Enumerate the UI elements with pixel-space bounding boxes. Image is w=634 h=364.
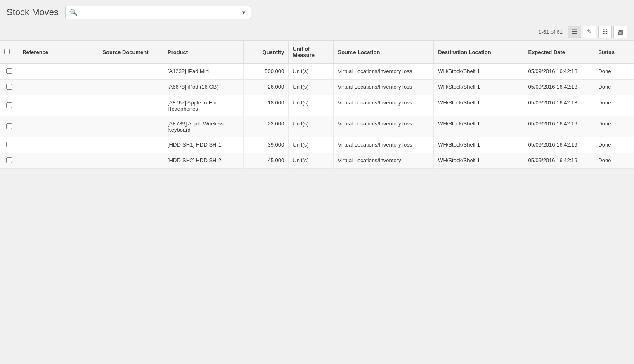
page-title: Stock Moves <box>7 7 59 18</box>
header-quantity[interactable]: Quantity <box>244 41 289 64</box>
search-input[interactable] <box>81 9 238 16</box>
row-source-location[interactable]: Virtual Locations/Inventory loss <box>334 137 434 153</box>
row-destination-location[interactable]: WH/Stock/Shelf 1 <box>434 80 524 95</box>
header-source-document[interactable]: Source Document <box>98 41 163 64</box>
header-status[interactable]: Status <box>594 41 634 64</box>
row-checkbox[interactable] <box>6 68 12 74</box>
search-bar: 🔍 ▼ <box>65 6 251 19</box>
header-product[interactable]: Product <box>163 41 244 64</box>
row-source-document[interactable] <box>98 64 163 80</box>
row-checkbox-cell[interactable] <box>0 64 18 80</box>
search-icon: 🔍 <box>70 9 78 16</box>
table-row[interactable]: [HDD-SH2] HDD SH-245.000Unit(s)Virtual L… <box>0 153 634 169</box>
row-quantity[interactable]: 22.000 <box>244 116 289 137</box>
row-uom[interactable]: Unit(s) <box>289 95 334 116</box>
row-product[interactable]: [AK789] Apple Wireless Keyboard <box>163 116 244 137</box>
row-status[interactable]: Done <box>594 116 634 137</box>
row-source-location[interactable]: Virtual Locations/Inventory loss <box>334 95 434 116</box>
row-quantity[interactable]: 45.000 <box>244 153 289 169</box>
row-destination-location[interactable]: WH/Stock/Shelf 1 <box>434 153 524 169</box>
row-expected-date[interactable]: 05/09/2016 16:42:18 <box>524 80 594 95</box>
row-checkbox[interactable] <box>6 142 12 147</box>
row-checkbox[interactable] <box>6 102 12 108</box>
row-checkbox-cell[interactable] <box>0 80 18 95</box>
row-expected-date[interactable]: 05/09/2016 16:42:18 <box>524 64 594 80</box>
row-uom[interactable]: Unit(s) <box>289 80 334 95</box>
row-quantity[interactable]: 26.000 <box>244 80 289 95</box>
row-checkbox[interactable] <box>6 123 12 129</box>
search-dropdown-arrow-icon[interactable]: ▼ <box>241 9 246 16</box>
row-destination-location[interactable]: WH/Stock/Shelf 1 <box>434 64 524 80</box>
row-source-document[interactable] <box>98 116 163 137</box>
row-expected-date[interactable]: 05/09/2016 16:42:18 <box>524 95 594 116</box>
row-destination-location[interactable]: WH/Stock/Shelf 1 <box>434 116 524 137</box>
row-reference[interactable] <box>18 64 98 80</box>
row-checkbox[interactable] <box>6 84 12 90</box>
table-body: [A1232] iPad Mini500.000Unit(s)Virtual L… <box>0 64 634 169</box>
row-product[interactable]: [A8767] Apple In-Ear Headphones <box>163 95 244 116</box>
row-source-location[interactable]: Virtual Locations/Inventory loss <box>334 64 434 80</box>
row-status[interactable]: Done <box>594 80 634 95</box>
row-source-location[interactable]: Virtual Locations/Inventory <box>334 153 434 169</box>
table-row[interactable]: [A8767] Apple In-Ear Headphones18.000Uni… <box>0 95 634 116</box>
row-reference[interactable] <box>18 80 98 95</box>
row-expected-date[interactable]: 05/09/2016 16:42:19 <box>524 116 594 137</box>
table-header-row: Reference Source Document Product Quanti… <box>0 41 634 64</box>
row-reference[interactable] <box>18 153 98 169</box>
row-quantity[interactable]: 39.000 <box>244 137 289 153</box>
header-source-location[interactable]: Source Location <box>334 41 434 64</box>
kanban-view-button[interactable]: ☷ <box>598 26 612 38</box>
row-source-location[interactable]: Virtual Locations/Inventory loss <box>334 80 434 95</box>
row-status[interactable]: Done <box>594 153 634 169</box>
row-quantity[interactable]: 500.000 <box>244 64 289 80</box>
header-expected-date[interactable]: Expected Date <box>524 41 594 64</box>
row-reference[interactable] <box>18 95 98 116</box>
row-uom[interactable]: Unit(s) <box>289 64 334 80</box>
row-status[interactable]: Done <box>594 95 634 116</box>
select-all-checkbox[interactable] <box>4 49 10 54</box>
page-container: Stock Moves 🔍 ▼ 1-61 of 61 ☰ ✎ ☷ ▩ Refer… <box>0 0 634 364</box>
table-container: Reference Source Document Product Quanti… <box>0 40 634 169</box>
row-uom[interactable]: Unit(s) <box>289 116 334 137</box>
row-product[interactable]: [A1232] iPad Mini <box>163 64 244 80</box>
toolbar: 1-61 of 61 ☰ ✎ ☷ ▩ <box>0 23 634 40</box>
row-source-location[interactable]: Virtual Locations/Inventory loss <box>334 116 434 137</box>
row-uom[interactable]: Unit(s) <box>289 137 334 153</box>
row-checkbox-cell[interactable] <box>0 153 18 169</box>
row-destination-location[interactable]: WH/Stock/Shelf 1 <box>434 137 524 153</box>
row-checkbox-cell[interactable] <box>0 95 18 116</box>
row-checkbox-cell[interactable] <box>0 116 18 137</box>
graph-view-button[interactable]: ▩ <box>613 26 627 38</box>
header-destination-location[interactable]: Destination Location <box>434 41 524 64</box>
row-source-document[interactable] <box>98 95 163 116</box>
row-source-document[interactable] <box>98 80 163 95</box>
row-expected-date[interactable]: 05/09/2016 16:42:19 <box>524 153 594 169</box>
row-status[interactable]: Done <box>594 137 634 153</box>
table-row[interactable]: [A1232] iPad Mini500.000Unit(s)Virtual L… <box>0 64 634 80</box>
row-product[interactable]: [HDD-SH2] HDD SH-2 <box>163 153 244 169</box>
row-checkbox-cell[interactable] <box>0 137 18 153</box>
header-checkbox-cell[interactable] <box>0 41 18 64</box>
list-view-button[interactable]: ☰ <box>568 26 581 38</box>
record-count: 1-61 of 61 <box>538 29 563 35</box>
table-row[interactable]: [AK789] Apple Wireless Keyboard22.000Uni… <box>0 116 634 137</box>
table-row[interactable]: [A6678] iPod (16 GB)26.000Unit(s)Virtual… <box>0 80 634 95</box>
row-source-document[interactable] <box>98 137 163 153</box>
row-product[interactable]: [HDD-SH1] HDD SH-1 <box>163 137 244 153</box>
edit-view-button[interactable]: ✎ <box>583 26 596 38</box>
row-quantity[interactable]: 18.000 <box>244 95 289 116</box>
row-expected-date[interactable]: 05/09/2016 16:42:19 <box>524 137 594 153</box>
row-reference[interactable] <box>18 116 98 137</box>
stock-moves-table: Reference Source Document Product Quanti… <box>0 41 634 169</box>
row-reference[interactable] <box>18 137 98 153</box>
header-reference[interactable]: Reference <box>18 41 98 64</box>
row-product[interactable]: [A6678] iPod (16 GB) <box>163 80 244 95</box>
row-status[interactable]: Done <box>594 64 634 80</box>
row-destination-location[interactable]: WH/Stock/Shelf 1 <box>434 95 524 116</box>
row-checkbox[interactable] <box>6 157 12 163</box>
header: Stock Moves 🔍 ▼ <box>0 0 634 23</box>
row-source-document[interactable] <box>98 153 163 169</box>
table-row[interactable]: [HDD-SH1] HDD SH-139.000Unit(s)Virtual L… <box>0 137 634 153</box>
row-uom[interactable]: Unit(s) <box>289 153 334 169</box>
header-uom[interactable]: Unit of Measure <box>289 41 334 64</box>
